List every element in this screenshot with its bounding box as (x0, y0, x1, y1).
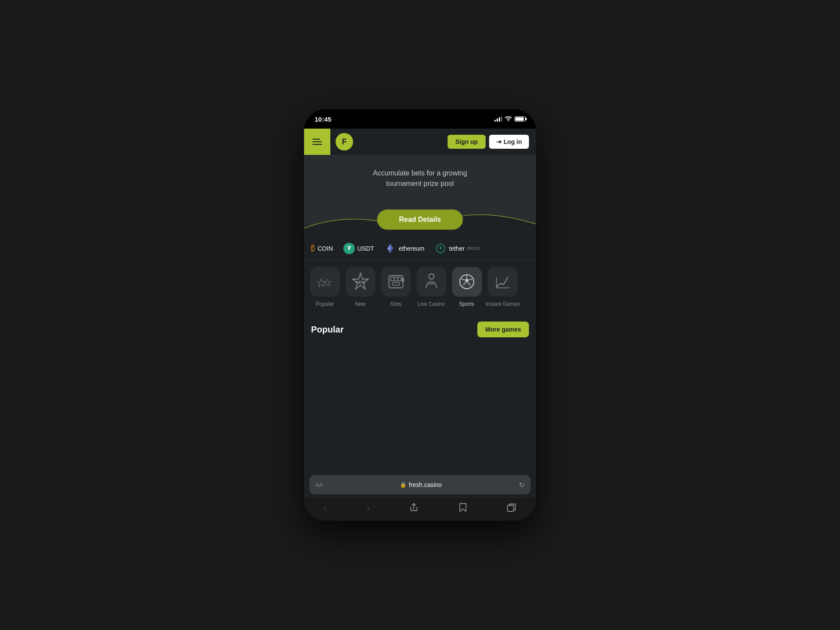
hero-text: Accumulate bets for a growing tournament… (313, 168, 527, 189)
slots-label: Slots (390, 301, 402, 307)
category-sports[interactable]: Sports (450, 267, 483, 307)
svg-line-22 (469, 279, 472, 280)
phone-frame: 10:45 (304, 109, 536, 521)
slots-machine-icon (386, 272, 406, 291)
signup-button[interactable]: Sign up (448, 135, 486, 149)
categories-section: ☆ ☆ Popular NEW New (304, 260, 536, 314)
bookmarks-button[interactable] (449, 499, 476, 518)
login-label: Log in (504, 138, 522, 145)
back-button[interactable]: ‹ (315, 499, 336, 518)
browser-bar: AA 🔒 fresh.casino ↻ (309, 475, 531, 494)
new-icon-box: NEW (346, 267, 375, 297)
popular-section: Popular More games (304, 314, 536, 344)
battery-icon (514, 116, 525, 122)
signal-icon (494, 116, 502, 122)
instant-games-label: Instant Games (486, 301, 520, 307)
live-casino-icon-box (416, 267, 446, 297)
tether-erc20: ERC20 (467, 246, 480, 251)
svg-rect-16 (392, 283, 399, 285)
sports-icon-box (452, 267, 482, 297)
header: F Sign up ⇥ Log in (304, 129, 536, 155)
login-button[interactable]: ⇥ Log in (489, 135, 529, 149)
crypto-coin: ₿ COIN (311, 244, 333, 253)
auth-buttons: Sign up ⇥ Log in (448, 135, 529, 149)
svg-text:NEW: NEW (356, 280, 365, 284)
content-spacer (304, 344, 536, 475)
new-badge-icon: NEW (351, 272, 370, 291)
popular-stars-icon: ☆ ☆ (316, 275, 334, 289)
svg-rect-28 (508, 505, 514, 511)
tabs-icon (507, 503, 516, 512)
category-popular[interactable]: ☆ ☆ Popular (308, 267, 341, 307)
usdt-label: USDT (357, 245, 374, 252)
category-live-casino[interactable]: Live Casino (415, 267, 448, 307)
svg-line-23 (468, 282, 470, 285)
svg-line-24 (463, 282, 466, 285)
svg-point-18 (429, 274, 434, 279)
tether-icon: ₮ (435, 243, 446, 254)
ethereum-label: ethereum (399, 245, 424, 252)
url-display: fresh.casino (409, 481, 441, 488)
bottom-nav: ‹ › (304, 498, 536, 521)
slots-icon-box (381, 267, 411, 297)
new-label: New (355, 301, 365, 307)
share-button[interactable] (400, 499, 427, 518)
usdt-icon: ₮ (343, 243, 355, 254)
menu-button[interactable] (304, 129, 330, 155)
status-icons (494, 116, 525, 122)
crypto-ticker: ₿ COIN ₮ USDT ethereum (304, 237, 536, 260)
svg-text:☆: ☆ (323, 276, 332, 288)
bookmarks-icon (458, 503, 468, 512)
popular-label: Popular (316, 301, 334, 307)
live-casino-dealer-icon (422, 272, 441, 291)
login-icon: ⇥ (496, 138, 501, 145)
read-details-button[interactable]: Read Details (377, 210, 463, 230)
bitcoin-icon: ₿ (311, 244, 315, 253)
crypto-usdt: ₮ USDT (343, 243, 374, 254)
svg-rect-14 (394, 277, 398, 281)
category-new[interactable]: NEW New (344, 267, 377, 307)
instant-games-icon-box (488, 267, 518, 297)
hero-curve: Read Details (304, 202, 536, 237)
categories-row: ☆ ☆ Popular NEW New (308, 267, 532, 307)
wifi-icon (505, 116, 512, 122)
forward-button[interactable]: › (357, 499, 378, 518)
time-display: 10:45 (315, 116, 331, 123)
hero-line1: Accumulate bets for a growing (373, 169, 467, 177)
instant-games-chart-icon (493, 272, 512, 291)
url-container[interactable]: 🔒 fresh.casino (327, 481, 514, 488)
refresh-icon[interactable]: ↻ (519, 481, 525, 489)
logo-avatar[interactable]: F (336, 133, 353, 150)
svg-rect-15 (398, 277, 401, 281)
share-icon (409, 503, 419, 512)
category-slots[interactable]: Slots (379, 267, 412, 307)
svg-line-25 (462, 279, 465, 280)
popular-title: Popular (311, 325, 343, 335)
live-casino-label: Live Casino (417, 301, 445, 307)
svg-rect-13 (391, 277, 394, 281)
svg-marker-20 (465, 278, 469, 282)
lock-icon: 🔒 (400, 482, 406, 488)
sports-soccer-icon (457, 272, 476, 291)
tether-label: tether (449, 245, 465, 252)
category-instant-games[interactable]: Instant Games (486, 267, 520, 307)
popular-icon-box: ☆ ☆ (310, 267, 340, 297)
app-content: F Sign up ⇥ Log in Accumulate bets for a… (304, 129, 536, 521)
hero-section: Accumulate bets for a growing tournament… (304, 155, 536, 237)
tabs-button[interactable] (498, 499, 525, 518)
svg-text:₮: ₮ (439, 246, 442, 251)
more-games-button[interactable]: More games (477, 322, 529, 337)
coin-label: COIN (318, 245, 333, 252)
ethereum-icon (385, 243, 396, 254)
crypto-ethereum: ethereum (385, 243, 424, 254)
crypto-tether: ₮ tether ERC20 (435, 243, 480, 254)
status-bar: 10:45 (304, 109, 536, 129)
hamburger-icon (312, 139, 322, 145)
aa-button[interactable]: AA (315, 482, 323, 488)
hero-line2: tournament prize pool (386, 180, 454, 187)
sports-label: Sports (459, 301, 474, 307)
